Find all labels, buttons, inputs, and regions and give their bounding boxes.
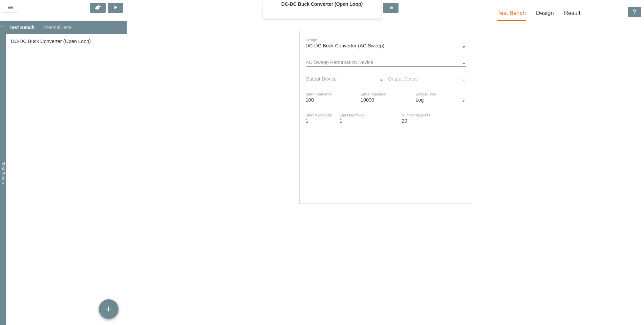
tab-result[interactable]: Result — [564, 10, 580, 21]
chevron-left-icon: ‹ — [1, 23, 2, 28]
end-frequency-value: 10000 — [361, 96, 411, 104]
output-device-placeholder: Output Device — [306, 75, 384, 83]
menu-button[interactable] — [3, 3, 18, 13]
run-button[interactable] — [108, 3, 123, 13]
form-panel: Design DC-DC Buck Converter (AC Sweep) A… — [299, 31, 472, 204]
chevron-down-icon — [463, 63, 465, 65]
sidebar-item[interactable]: DC-DC Buck Converter (Open Loop) — [6, 34, 127, 49]
sidebar-tab-test-bench[interactable]: Test Bench — [9, 25, 35, 30]
sidebar-tabs: Test Bench Thermal Data — [6, 21, 127, 34]
project-title: DC-DC Buck Converter (Open Loop) — [281, 1, 363, 7]
project-title-card[interactable]: DC-DC Buck Converter (Open Loop) — [263, 0, 381, 19]
menu-icon — [7, 4, 14, 12]
start-frequency-label: Start Frequency — [306, 92, 356, 96]
sweep-type-select[interactable]: Sweep Type Log — [415, 92, 466, 104]
add-button[interactable]: + — [99, 299, 119, 319]
end-frequency-field[interactable]: End Frequency 10000 — [361, 92, 411, 104]
number-of-points-field[interactable]: Number of points 20 — [402, 113, 466, 125]
sidebar-tab-thermal-data[interactable]: Thermal Data — [43, 25, 71, 30]
chevron-down-icon — [463, 80, 465, 81]
list-button[interactable] — [383, 3, 399, 13]
content-area: Design DC-DC Buck Converter (AC Sweep) A… — [127, 21, 644, 325]
settings-button[interactable] — [90, 3, 106, 13]
end-frequency-label: End Frequency — [361, 92, 411, 96]
toolbar-left-group — [3, 3, 123, 13]
design-value: DC-DC Buck Converter (AC Sweep) — [306, 42, 466, 50]
output-scope-select[interactable]: Output Scope — [388, 75, 466, 83]
list-icon — [388, 4, 394, 12]
chevron-down-icon — [462, 101, 465, 102]
start-frequency-field[interactable]: Start Frequency 100 — [306, 92, 356, 104]
top-toolbar: DC-DC Buck Converter (Open Loop) Test Be… — [0, 0, 644, 21]
gear-icon — [95, 4, 101, 12]
start-magnitude-label: Start Magnitude — [306, 113, 335, 117]
design-select[interactable]: Design DC-DC Buck Converter (AC Sweep) — [306, 38, 466, 50]
perturbation-placeholder: AC Sweep Perturbation Device — [306, 59, 466, 67]
design-label: Design — [306, 38, 466, 42]
main-tabs: Test Bench Design Result — [497, 3, 621, 21]
tab-test-bench[interactable]: Test Bench — [497, 10, 526, 21]
vertical-rail[interactable]: ‹ Test Bench — [0, 21, 6, 325]
chevron-down-icon — [380, 80, 383, 81]
end-magnitude-label: End Magnitude — [340, 113, 397, 117]
output-device-select[interactable]: Output Device — [306, 75, 384, 83]
vertical-rail-label: Test Bench — [1, 162, 6, 184]
start-magnitude-field[interactable]: Start Magnitude 1 — [306, 113, 335, 125]
start-frequency-value: 100 — [306, 96, 356, 104]
help-button[interactable]: ? — [628, 7, 641, 17]
sidebar-list: DC-DC Buck Converter (Open Loop) — [6, 34, 127, 325]
toolbar-right-group: Test Bench Design Result ? — [497, 3, 641, 21]
tab-design[interactable]: Design — [536, 10, 554, 21]
sweep-type-value: Log — [415, 96, 466, 104]
output-scope-placeholder: Output Scope — [388, 75, 466, 83]
number-of-points-label: Number of points — [402, 113, 466, 117]
number-of-points-value: 20 — [402, 117, 466, 125]
sweep-type-label: Sweep Type — [415, 92, 466, 96]
chevron-down-icon — [463, 46, 465, 48]
end-magnitude-field[interactable]: End Magnitude 1 — [340, 113, 397, 125]
start-magnitude-value: 1 — [306, 117, 335, 125]
perturbation-device-select[interactable]: AC Sweep Perturbation Device — [306, 59, 466, 67]
end-magnitude-value: 1 — [340, 117, 397, 125]
play-icon — [112, 4, 119, 12]
sidebar: Test Bench Thermal Data DC-DC Buck Conve… — [6, 21, 127, 325]
